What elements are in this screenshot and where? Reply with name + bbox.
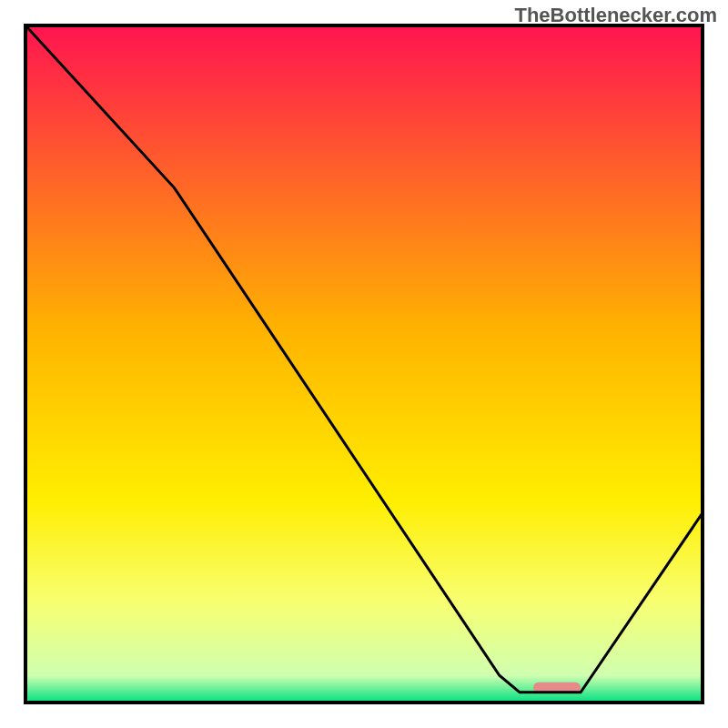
watermark-text: TheBottlenecker.com [514,4,717,27]
bottleneck-chart [0,0,728,728]
plot-background [25,25,703,703]
chart-container: TheBottlenecker.com [0,0,728,728]
